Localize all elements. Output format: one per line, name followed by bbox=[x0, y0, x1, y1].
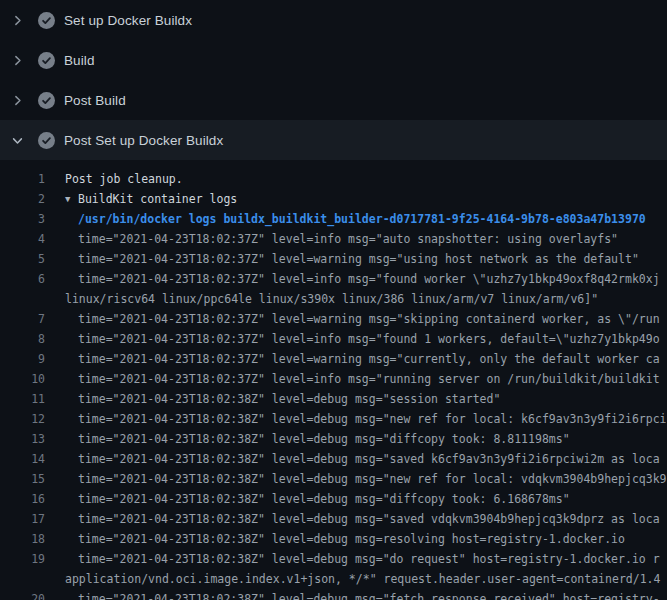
log-line-number[interactable]: 3 bbox=[0, 209, 45, 229]
log-line: 4 time="2021-04-23T18:02:37Z" level=info… bbox=[0, 229, 667, 249]
log-line-number[interactable]: 15 bbox=[0, 469, 45, 489]
log-line-text: ▼BuildKit container logs bbox=[65, 189, 237, 209]
log-line: 9 time="2021-04-23T18:02:37Z" level=warn… bbox=[0, 349, 667, 369]
log-line-number[interactable]: 17 bbox=[0, 509, 45, 529]
step-section-label: Build bbox=[64, 53, 95, 68]
log-line-text: time="2021-04-23T18:02:37Z" level=info m… bbox=[78, 229, 618, 249]
log-line-number[interactable]: 18 bbox=[0, 529, 45, 549]
log-line-number[interactable]: 14 bbox=[0, 449, 45, 469]
chevron-right-icon bbox=[11, 54, 24, 67]
log-line-text: time="2021-04-23T18:02:37Z" level=info m… bbox=[78, 369, 660, 389]
log-line-number[interactable]: 9 bbox=[0, 349, 45, 369]
log-line: 1 Post job cleanup. bbox=[0, 169, 667, 189]
step-section-row[interactable]: Post Set up Docker Buildx bbox=[0, 120, 667, 160]
log-line-number[interactable]: 1 bbox=[0, 169, 45, 189]
log-line-text: time="2021-04-23T18:02:37Z" level=info m… bbox=[78, 329, 660, 349]
log-line: 10 time="2021-04-23T18:02:37Z" level=inf… bbox=[0, 369, 667, 389]
log-line: 17 time="2021-04-23T18:02:38Z" level=deb… bbox=[0, 509, 667, 529]
check-circle-icon bbox=[38, 52, 55, 69]
log-line-number[interactable]: 10 bbox=[0, 369, 45, 389]
log-line-text: time="2021-04-23T18:02:37Z" level=warnin… bbox=[78, 349, 660, 369]
log-line-number[interactable]: 8 bbox=[0, 329, 45, 349]
chevron-right-icon bbox=[11, 14, 24, 27]
log-line-text: time="2021-04-23T18:02:38Z" level=debug … bbox=[78, 409, 667, 429]
chevron-right-icon bbox=[11, 94, 24, 107]
step-section-row[interactable]: Set up Docker Buildx bbox=[0, 0, 667, 40]
log-line-text: time="2021-04-23T18:02:37Z" level=warnin… bbox=[78, 309, 660, 329]
log-line-number[interactable]: 11 bbox=[0, 389, 45, 409]
log-line-number[interactable]: 19 bbox=[0, 549, 45, 569]
log-line-number[interactable]: 5 bbox=[0, 249, 45, 269]
log-line: 8 time="2021-04-23T18:02:37Z" level=info… bbox=[0, 329, 667, 349]
step-section-label: Post Build bbox=[64, 93, 126, 108]
log-line: 20 time="2021-04-23T18:02:38Z" level=deb… bbox=[0, 589, 667, 600]
log-line-number[interactable]: 13 bbox=[0, 429, 45, 449]
step-section-row[interactable]: Post Build bbox=[0, 80, 667, 120]
log-line-number[interactable]: 6 bbox=[0, 269, 45, 289]
log-line: 13 time="2021-04-23T18:02:38Z" level=deb… bbox=[0, 429, 667, 449]
log-line-text: time="2021-04-23T18:02:38Z" level=debug … bbox=[78, 389, 500, 409]
log-line: 2 ▼BuildKit container logs bbox=[0, 189, 667, 209]
group-expanded-marker: ▼ bbox=[65, 189, 78, 209]
check-circle-icon bbox=[38, 92, 55, 109]
log-line: 6 time="2021-04-23T18:02:37Z" level=info… bbox=[0, 269, 667, 289]
log-line-text: time="2021-04-23T18:02:37Z" level=info m… bbox=[78, 269, 660, 289]
log-line-text: time="2021-04-23T18:02:38Z" level=debug … bbox=[78, 509, 660, 529]
log-line-number[interactable]: 20 bbox=[0, 589, 45, 600]
log-line: 15 time="2021-04-23T18:02:38Z" level=deb… bbox=[0, 469, 667, 489]
log-line: linux/riscv64 linux/ppc64le linux/s390x … bbox=[0, 289, 667, 309]
step-log: 1 Post job cleanup. 2 ▼BuildKit containe… bbox=[0, 160, 667, 600]
log-line-text: /usr/bin/docker logs buildx_buildkit_bui… bbox=[78, 209, 646, 229]
job-steps-panel: Set up Docker Buildx Build Post Build bbox=[0, 0, 667, 600]
log-line: 14 time="2021-04-23T18:02:38Z" level=deb… bbox=[0, 449, 667, 469]
log-line-text: time="2021-04-23T18:02:38Z" level=debug … bbox=[78, 469, 667, 489]
log-line: 12 time="2021-04-23T18:02:38Z" level=deb… bbox=[0, 409, 667, 429]
log-line: application/vnd.oci.image.index.v1+json,… bbox=[0, 569, 667, 589]
step-section-row[interactable]: Build bbox=[0, 40, 667, 80]
step-section-label: Set up Docker Buildx bbox=[64, 13, 192, 28]
check-circle-icon bbox=[38, 12, 55, 29]
log-line: 7 time="2021-04-23T18:02:37Z" level=warn… bbox=[0, 309, 667, 329]
log-line-text: time="2021-04-23T18:02:38Z" level=debug … bbox=[78, 449, 660, 469]
log-line: 3 /usr/bin/docker logs buildx_buildkit_b… bbox=[0, 209, 667, 229]
check-circle-icon bbox=[38, 132, 55, 149]
log-line-text: time="2021-04-23T18:02:37Z" level=warnin… bbox=[78, 249, 639, 269]
log-line-number[interactable] bbox=[0, 289, 45, 309]
log-line: 18 time="2021-04-23T18:02:38Z" level=deb… bbox=[0, 529, 667, 549]
log-line-number[interactable]: 7 bbox=[0, 309, 45, 329]
log-line-text: linux/riscv64 linux/ppc64le linux/s390x … bbox=[65, 289, 598, 309]
chevron-down-icon bbox=[11, 134, 24, 147]
step-section-label: Post Set up Docker Buildx bbox=[64, 133, 223, 148]
log-line-text: Post job cleanup. bbox=[65, 169, 183, 189]
log-line-number[interactable]: 12 bbox=[0, 409, 45, 429]
log-line-number[interactable]: 16 bbox=[0, 489, 45, 509]
log-line-text: time="2021-04-23T18:02:38Z" level=debug … bbox=[78, 429, 570, 449]
log-line: 5 time="2021-04-23T18:02:37Z" level=warn… bbox=[0, 249, 667, 269]
log-line-number[interactable] bbox=[0, 569, 45, 589]
log-line-text: time="2021-04-23T18:02:38Z" level=debug … bbox=[78, 489, 570, 509]
log-line-text: time="2021-04-23T18:02:38Z" level=debug … bbox=[78, 549, 660, 569]
log-line: 16 time="2021-04-23T18:02:38Z" level=deb… bbox=[0, 489, 667, 509]
log-line-number[interactable]: 4 bbox=[0, 229, 45, 249]
log-line-text: application/vnd.oci.image.index.v1+json,… bbox=[65, 569, 660, 589]
log-line-text: time="2021-04-23T18:02:38Z" level=debug … bbox=[78, 529, 625, 549]
log-line-number[interactable]: 2 bbox=[0, 189, 45, 209]
log-line: 19 time="2021-04-23T18:02:38Z" level=deb… bbox=[0, 549, 667, 569]
log-line: 11 time="2021-04-23T18:02:38Z" level=deb… bbox=[0, 389, 667, 409]
step-sections: Set up Docker Buildx Build Post Build bbox=[0, 0, 667, 160]
log-line-text: time="2021-04-23T18:02:38Z" level=debug … bbox=[78, 589, 660, 600]
